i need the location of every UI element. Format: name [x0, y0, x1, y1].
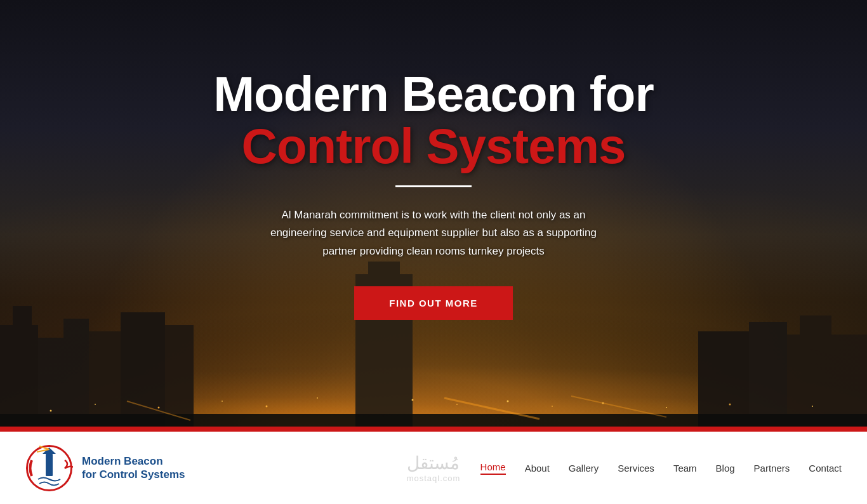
nav-link-blog[interactable]: Blog: [716, 463, 735, 474]
watermark-sub: mostaql.com: [407, 474, 461, 483]
svg-rect-21: [800, 315, 831, 335]
svg-point-33: [666, 407, 667, 408]
svg-rect-18: [698, 331, 749, 427]
hero-description: Al Manarah commitment is to work with th…: [256, 206, 611, 262]
hero-title-line2: Control Systems: [213, 121, 654, 173]
svg-rect-7: [121, 312, 165, 427]
svg-rect-20: [787, 335, 867, 427]
logo-text-container: Modern Beacon for Control Systems: [82, 454, 185, 482]
svg-point-25: [222, 401, 223, 402]
hero-content: Modern Beacon for Control Systems Al Man…: [201, 69, 666, 320]
nav-link-team[interactable]: Team: [673, 463, 697, 474]
svg-point-30: [507, 401, 509, 402]
watermark-arabic: مُستقل: [407, 453, 461, 474]
svg-point-29: [456, 404, 458, 405]
nav-link-about[interactable]: About: [525, 463, 550, 474]
nav-link-contact[interactable]: Contact: [809, 463, 842, 474]
logo-icon: [25, 444, 73, 492]
svg-rect-2: [0, 325, 38, 427]
svg-rect-6: [89, 331, 121, 427]
svg-point-35: [812, 406, 813, 407]
svg-point-28: [412, 399, 414, 401]
svg-point-27: [317, 397, 318, 399]
svg-point-31: [552, 406, 553, 407]
logo-area[interactable]: Modern Beacon for Control Systems: [25, 444, 203, 492]
navbar: Modern Beacon for Control Systems مُستقل…: [0, 432, 867, 504]
nav-link-partners[interactable]: Partners: [754, 463, 790, 474]
svg-point-24: [158, 407, 160, 409]
hero-divider: [395, 185, 472, 187]
svg-rect-8: [165, 325, 194, 427]
red-accent-bar: [0, 427, 867, 432]
svg-rect-36: [0, 414, 867, 427]
svg-rect-41: [46, 454, 53, 476]
nav-link-home[interactable]: Home: [480, 461, 506, 475]
hero-section: Modern Beacon for Control Systems Al Man…: [0, 0, 867, 427]
svg-rect-19: [749, 322, 787, 427]
svg-rect-3: [13, 306, 32, 325]
hero-title-line1: Modern Beacon for: [213, 69, 654, 121]
nav-link-services[interactable]: Services: [618, 463, 654, 474]
logo-text-line1: Modern Beacon: [82, 454, 185, 468]
svg-point-34: [729, 404, 731, 406]
svg-point-26: [266, 406, 268, 408]
find-out-more-button[interactable]: FIND OUT MORE: [354, 286, 513, 320]
nav-links: Home About Gallery Services Team Blog Pa…: [480, 461, 842, 475]
svg-rect-5: [63, 319, 89, 338]
svg-point-22: [50, 410, 52, 412]
nav-link-gallery[interactable]: Gallery: [569, 463, 599, 474]
svg-point-23: [95, 404, 96, 405]
svg-rect-4: [38, 338, 89, 427]
logo-text-line2: for Control Systems: [82, 468, 185, 481]
watermark: مُستقل mostaql.com: [407, 453, 461, 483]
